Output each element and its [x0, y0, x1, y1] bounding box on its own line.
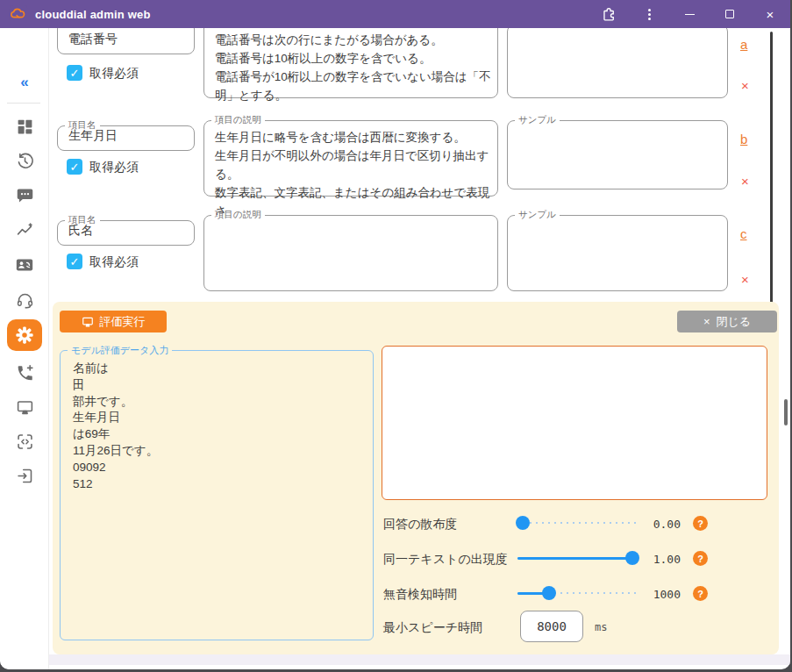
- sidebar-item-code[interactable]: [0, 428, 49, 454]
- field-sample-box: サンプル: [507, 114, 728, 189]
- sidebar-item-display[interactable]: [0, 394, 49, 420]
- help-icon[interactable]: ?: [693, 551, 708, 566]
- close-icon: ×: [767, 8, 774, 21]
- titlebar-controls: ×: [589, 0, 790, 28]
- app-logo-cloud-icon: [9, 4, 28, 24]
- delete-field-button[interactable]: ×: [741, 272, 749, 287]
- model-eval-input-box: モデル評価データ入力 名前は 田 部井です。 生年月日 は69年 11月26日で…: [60, 344, 374, 640]
- analytics-icon: [16, 221, 34, 239]
- field-sample-box: サンプル: [507, 209, 728, 291]
- help-icon[interactable]: ?: [693, 586, 708, 601]
- sidebar-item-analytics[interactable]: [0, 217, 49, 243]
- slider-thumb[interactable]: [542, 586, 556, 600]
- history-icon: [16, 152, 34, 170]
- delete-field-button[interactable]: ×: [741, 78, 749, 93]
- slider-same-text-occurrence[interactable]: [517, 551, 639, 565]
- screen: clouddial admin web × «: [0, 0, 792, 672]
- slider-value: 1000: [640, 588, 681, 601]
- field-name-input[interactable]: 生年月日: [68, 128, 191, 144]
- field-name-input[interactable]: 電話番号: [68, 32, 191, 47]
- model-eval-input-textarea[interactable]: 名前は 田 部井です。 生年月日 は69年 11月26日です。 09092 51…: [73, 361, 366, 492]
- field-desc-input[interactable]: 生年月日に略号を含む場合は西暦に変換する。 生年月日が不明以外の場合は年月日で区…: [215, 128, 492, 220]
- sidebar: «: [0, 28, 49, 669]
- field-sample-label: サンプル: [515, 114, 560, 126]
- app-window: clouddial admin web × «: [0, 0, 790, 669]
- slider-value: 1.00: [640, 553, 681, 566]
- sidebar-item-history[interactable]: [0, 147, 49, 174]
- close-panel-x-icon: ×: [703, 315, 710, 328]
- maximize-button[interactable]: [710, 0, 750, 28]
- field-link-c[interactable]: c: [740, 226, 747, 241]
- slider-track[interactable]: [517, 522, 639, 524]
- min-speech-time-input[interactable]: [520, 611, 583, 642]
- field-name-box: 項目名 生年月日: [57, 119, 195, 151]
- required-checkbox[interactable]: ✓: [67, 159, 82, 175]
- dashboard-icon: [16, 118, 34, 136]
- list-scrollbar-thumb[interactable]: [770, 32, 773, 316]
- check-icon: ✓: [70, 67, 80, 80]
- min-speech-time-label: 最小スピーチ時間: [383, 620, 482, 636]
- sidebar-item-add-call[interactable]: [0, 360, 49, 386]
- field-sample-label: サンプル: [515, 209, 560, 221]
- required-checkbox[interactable]: ✓: [67, 65, 82, 81]
- window-scrollbar-thumb[interactable]: [784, 399, 788, 425]
- slider-label-same-text-occurrence: 同一テキストの出現度: [383, 552, 508, 568]
- required-checkbox[interactable]: ✓: [67, 254, 82, 269]
- required-label: 取得必須: [89, 160, 139, 175]
- sidebar-item-contacts[interactable]: [0, 252, 49, 278]
- required-label: 取得必須: [89, 66, 139, 82]
- sidebar-item-dashboard[interactable]: [0, 113, 49, 139]
- headset-icon: [16, 291, 34, 310]
- field-name-input[interactable]: 氏名: [68, 223, 191, 239]
- required-label: 取得必須: [89, 254, 139, 270]
- maximize-icon: [725, 10, 734, 18]
- slider-silence-detection[interactable]: [517, 586, 639, 600]
- slider-fill: [517, 557, 632, 560]
- sidebar-collapse-button[interactable]: «: [0, 69, 49, 96]
- check-icon: ✓: [70, 255, 80, 268]
- field-name-box: 項目名 氏名: [57, 214, 195, 246]
- bottom-strip: [49, 654, 790, 665]
- close-panel-button[interactable]: × 閉じる: [677, 311, 777, 332]
- field-desc-box: 項目の説明 生年月日に略号を含む場合は西暦に変換する。 生年月日が不明以外の場合…: [203, 114, 498, 197]
- run-evaluation-button[interactable]: 評価実行: [60, 311, 167, 332]
- field-desc-input[interactable]: 電話番号は次の行にまたがる場合がある。 電話番号は10桁以上の数字を含でいる。 …: [215, 31, 492, 104]
- titlebar: clouddial admin web ×: [0, 0, 790, 28]
- code-icon: [16, 433, 34, 451]
- display-icon: [16, 398, 34, 417]
- evaluation-result-box: [382, 346, 767, 500]
- sidebar-divider: [7, 103, 40, 104]
- field-link-a[interactable]: a: [740, 37, 747, 52]
- sidebar-item-settings-active[interactable]: [7, 319, 42, 351]
- field-desc-label: 項目の説明: [211, 209, 265, 221]
- contacts-icon: [15, 255, 34, 275]
- settings-gear-icon: [15, 325, 34, 345]
- sidebar-item-chat[interactable]: [0, 182, 49, 208]
- sidebar-item-logout[interactable]: [0, 462, 49, 489]
- minimize-button[interactable]: [669, 0, 710, 28]
- window-title: clouddial admin web: [35, 8, 151, 21]
- slider-thumb[interactable]: [516, 516, 530, 530]
- logout-icon: [16, 467, 34, 485]
- field-desc-box: 項目の説明: [203, 209, 498, 291]
- slider-thumb[interactable]: [625, 551, 639, 565]
- field-desc-label: 項目の説明: [211, 114, 265, 126]
- check-icon: ✓: [70, 161, 80, 174]
- close-window-button[interactable]: ×: [750, 0, 790, 28]
- dots-glyph: [648, 7, 651, 22]
- model-eval-input-label: モデル評価データ入力: [68, 344, 172, 357]
- delete-field-button[interactable]: ×: [741, 174, 749, 189]
- display-run-icon: [82, 316, 94, 328]
- close-panel-label: 閉じる: [716, 314, 751, 330]
- field-sample-box: [507, 25, 728, 98]
- field-link-b[interactable]: b: [740, 132, 747, 147]
- slider-value: 0.00: [640, 518, 681, 531]
- extensions-puzzle-icon[interactable]: [589, 0, 629, 28]
- slider-answer-dispersion[interactable]: [517, 516, 639, 530]
- help-icon[interactable]: ?: [693, 516, 708, 531]
- run-evaluation-label: 評価実行: [100, 314, 146, 330]
- slider-label-answer-dispersion: 回答の散布度: [383, 517, 457, 533]
- browser-menu-dots-icon[interactable]: [629, 0, 669, 28]
- sidebar-item-support[interactable]: [0, 287, 49, 313]
- minimize-icon: [685, 14, 695, 15]
